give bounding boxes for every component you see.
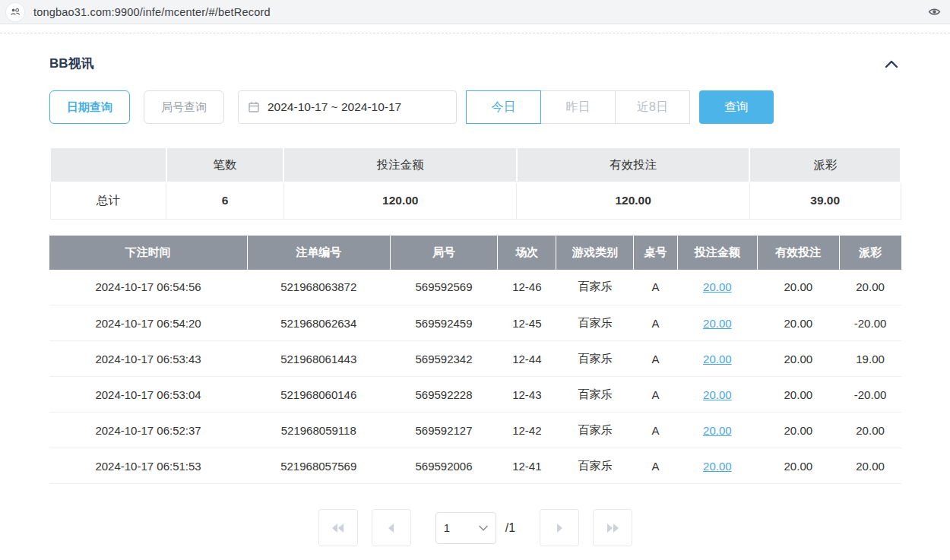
cell-valid-bet: 20.00 <box>758 341 840 377</box>
col-header-payout: 派彩 <box>839 236 901 270</box>
filter-toolbar: 日期查询 局号查询 2024-10-17 ~ 2024-10-17 今日 昨日 … <box>49 90 901 124</box>
cell-round-no: 569592228 <box>390 377 497 413</box>
search-button[interactable]: 查询 <box>699 90 774 124</box>
cell-game-type: 百家乐 <box>556 270 634 305</box>
cell-valid-bet: 20.00 <box>758 305 840 341</box>
cell-order-no: 521968057569 <box>247 448 390 484</box>
profile-icon <box>10 7 21 17</box>
table-row: 2024-10-17 06:51:53 521968057569 5695920… <box>49 448 901 484</box>
cell-payout: 20.00 <box>839 448 901 484</box>
cell-table-no: A <box>634 448 677 484</box>
arrow-right-icon <box>554 522 565 534</box>
page-select-value: 1 <box>444 521 450 534</box>
bet-amount-link[interactable]: 20.00 <box>703 280 732 293</box>
col-header-bet-amount: 投注金额 <box>677 236 757 270</box>
cell-table-no: A <box>634 413 677 448</box>
cell-bet-time: 2024-10-17 06:52:37 <box>49 413 247 448</box>
cell-session: 12-42 <box>498 413 556 448</box>
date-range-picker[interactable]: 2024-10-17 ~ 2024-10-17 <box>238 90 457 124</box>
cell-payout: 20.00 <box>839 413 901 448</box>
cell-game-type: 百家乐 <box>556 413 634 448</box>
cell-bet-time: 2024-10-17 06:54:56 <box>49 270 247 305</box>
url-text[interactable]: tongbao31.com:9900/infe/mcenter/#/betRec… <box>33 6 271 18</box>
page-select[interactable]: 1 <box>435 512 496 544</box>
site-info-button[interactable] <box>6 3 24 21</box>
collapse-button[interactable] <box>882 56 901 71</box>
page-total: /1 <box>505 521 515 535</box>
quick-range-group: 今日 昨日 近8日 <box>466 90 690 124</box>
bet-record-panel: BB视讯 日期查询 局号查询 2024-10-17 ~ 2024-10-17 今… <box>0 55 950 546</box>
bet-amount-link[interactable]: 20.00 <box>703 317 732 330</box>
cell-table-no: A <box>634 377 677 413</box>
cell-valid-bet: 20.00 <box>758 448 840 484</box>
tab-last-8-days[interactable]: 近8日 <box>615 90 690 124</box>
cell-bet-time: 2024-10-17 06:51:53 <box>49 448 247 484</box>
cell-bet-time: 2024-10-17 06:53:43 <box>49 341 247 377</box>
cell-order-no: 521968063872 <box>247 270 390 305</box>
bet-amount-link[interactable]: 20.00 <box>703 424 732 437</box>
summary-header-empty <box>50 147 166 182</box>
table-row: 2024-10-17 06:53:04 521968060146 5695922… <box>49 377 901 413</box>
calendar-icon <box>248 101 260 113</box>
col-header-valid-bet: 有效投注 <box>758 236 840 270</box>
summary-valid-bet: 120.00 <box>517 182 749 219</box>
round-query-tab[interactable]: 局号查询 <box>144 90 224 124</box>
date-query-tab[interactable]: 日期查询 <box>49 90 130 124</box>
browser-address-bar: tongbao31.com:9900/infe/mcenter/#/betRec… <box>0 0 950 24</box>
records-header-row: 下注时间 注单编号 局号 场次 游戏类别 桌号 投注金额 有效投注 派彩 <box>49 236 901 270</box>
col-header-order-no: 注单编号 <box>247 236 390 270</box>
cell-payout: -20.00 <box>839 305 901 341</box>
cell-order-no: 521968060146 <box>247 377 390 413</box>
next-page-button[interactable] <box>540 509 579 546</box>
bet-amount-link[interactable]: 20.00 <box>703 388 732 401</box>
cell-table-no: A <box>634 305 677 341</box>
double-arrow-right-icon <box>606 522 619 534</box>
cell-game-type: 百家乐 <box>556 448 634 484</box>
cell-order-no: 521968059118 <box>247 413 390 448</box>
cell-round-no: 569592569 <box>390 270 497 305</box>
cell-session: 12-43 <box>498 377 556 413</box>
bet-amount-link[interactable]: 20.00 <box>703 353 732 365</box>
cell-game-type: 百家乐 <box>556 377 634 413</box>
cell-payout: -20.00 <box>839 377 901 413</box>
cell-valid-bet: 20.00 <box>758 413 840 448</box>
arrow-left-icon <box>386 522 397 534</box>
cell-table-no: A <box>634 270 677 305</box>
summary-total-label: 总计 <box>50 182 166 219</box>
double-arrow-left-icon <box>331 522 345 534</box>
first-page-button[interactable] <box>318 509 358 546</box>
cell-session: 12-46 <box>498 270 556 305</box>
cell-round-no: 569592342 <box>390 341 497 377</box>
date-range-value: 2024-10-17 ~ 2024-10-17 <box>268 100 401 114</box>
summary-header-valid-bet: 有效投注 <box>517 147 749 182</box>
cell-round-no: 569592127 <box>390 413 497 448</box>
cell-game-type: 百家乐 <box>556 341 634 377</box>
tab-yesterday[interactable]: 昨日 <box>540 90 616 124</box>
last-page-button[interactable] <box>593 509 632 546</box>
col-header-session: 场次 <box>498 236 556 270</box>
table-row: 2024-10-17 06:53:43 521968061443 5695923… <box>49 341 901 377</box>
summary-header-bet-amount: 投注金额 <box>283 147 516 182</box>
table-row: 2024-10-17 06:54:20 521968062634 5695924… <box>49 305 901 341</box>
table-row: 2024-10-17 06:54:56 521968063872 5695925… <box>49 270 901 305</box>
col-header-bet-time: 下注时间 <box>49 236 247 270</box>
summary-row: 总计 6 120.00 120.00 39.00 <box>50 182 901 219</box>
cell-bet-time: 2024-10-17 06:53:04 <box>49 377 247 413</box>
cell-order-no: 521968061443 <box>247 341 390 377</box>
prev-page-button[interactable] <box>372 509 411 546</box>
cell-table-no: A <box>634 341 677 377</box>
eye-icon[interactable] <box>928 5 941 18</box>
table-row: 2024-10-17 06:52:37 521968059118 5695921… <box>49 413 901 448</box>
cell-round-no: 569592006 <box>390 448 497 484</box>
col-header-table-no: 桌号 <box>634 236 677 270</box>
cell-round-no: 569592459 <box>390 305 497 341</box>
summary-count: 6 <box>166 182 284 219</box>
cell-order-no: 521968062634 <box>247 305 390 341</box>
cell-payout: 19.00 <box>839 341 901 377</box>
records-table: 下注时间 注单编号 局号 场次 游戏类别 桌号 投注金额 有效投注 派彩 202… <box>49 236 901 485</box>
tab-today[interactable]: 今日 <box>466 90 541 124</box>
summary-bet-amount: 120.00 <box>283 182 516 219</box>
bet-amount-link[interactable]: 20.00 <box>703 460 732 473</box>
col-header-game-type: 游戏类别 <box>556 236 634 270</box>
cell-session: 12-41 <box>498 448 556 484</box>
